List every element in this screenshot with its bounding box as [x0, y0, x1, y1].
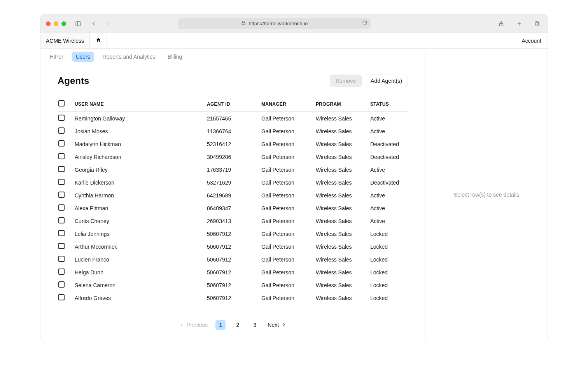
table-row[interactable]: Madalynn Hickman52316412Gail PetersonWir…: [58, 138, 408, 150]
row-checkbox[interactable]: [58, 115, 65, 121]
account-link[interactable]: Account: [515, 33, 548, 48]
sidebar-toggle-icon[interactable]: [73, 19, 83, 29]
table-row[interactable]: Selena Cameron50607912Gail PetersonWirel…: [58, 279, 408, 291]
row-checkbox-cell: [58, 202, 72, 215]
row-checkbox[interactable]: [58, 166, 65, 172]
row-checkbox[interactable]: [58, 269, 65, 275]
cell-program: Wireless Sales: [313, 176, 367, 189]
cell-agentid: 50607912: [204, 240, 258, 253]
cell-agentid: 53271629: [204, 176, 258, 189]
page-3[interactable]: 3: [250, 320, 260, 330]
cell-manager: Gail Peterson: [258, 150, 313, 163]
account-label: Account: [522, 38, 541, 44]
share-icon[interactable]: [496, 19, 506, 29]
cell-name: Ainsley Richardson: [72, 150, 204, 163]
cell-manager: Gail Peterson: [258, 202, 313, 215]
row-checkbox[interactable]: [58, 127, 65, 134]
table-row[interactable]: Arthur Mccormick50607912Gail PetersonWir…: [58, 240, 408, 253]
subnav-item-billing[interactable]: Billing: [164, 52, 186, 62]
remove-button[interactable]: Remove: [330, 75, 362, 87]
page-1[interactable]: 1: [215, 320, 226, 330]
cell-agentid: 17633719: [204, 163, 258, 176]
col-header-program[interactable]: PROGRAM: [313, 96, 367, 112]
table-row[interactable]: Cynthia Harmon64219689Gail PetersonWirel…: [58, 189, 408, 202]
row-checkbox[interactable]: [58, 256, 65, 262]
row-checkbox[interactable]: [58, 140, 65, 147]
cell-manager: Gail Peterson: [258, 125, 313, 138]
prev-button[interactable]: Previous: [179, 322, 208, 328]
cell-agentid: 86409347: [204, 202, 258, 215]
forward-icon[interactable]: [103, 19, 114, 29]
subnav-item-reports-and-analytics[interactable]: Reports and Analytics: [99, 52, 159, 62]
page-2[interactable]: 2: [233, 320, 243, 330]
row-checkbox[interactable]: [58, 179, 65, 185]
table-row[interactable]: Lucien Franco50607912Gail PetersonWirele…: [58, 253, 408, 266]
app-header: ACME Wireless Account: [40, 33, 548, 49]
cell-agentid: 50607912: [204, 227, 258, 240]
row-checkbox-cell: [58, 150, 72, 163]
row-checkbox[interactable]: [58, 192, 65, 198]
cell-manager: Gail Peterson: [258, 176, 313, 189]
table-row[interactable]: Alfredo Graves50607912Gail PetersonWirel…: [58, 291, 408, 304]
cell-manager: Gail Peterson: [258, 266, 313, 279]
cell-program: Wireless Sales: [313, 163, 367, 176]
row-checkbox[interactable]: [58, 217, 65, 223]
cell-agentid: 52316412: [204, 138, 258, 150]
table-row[interactable]: Georgia Riley17633719Gail PetersonWirele…: [58, 163, 408, 176]
subnav-item-hiper[interactable]: HiPer: [46, 52, 67, 62]
chevron-left-icon: [179, 322, 184, 328]
col-header-agentid[interactable]: AGENT ID: [204, 96, 258, 112]
table-row[interactable]: Karlie Dickerson53271629Gail PetersonWir…: [58, 176, 408, 189]
col-header-manager[interactable]: MANAGER: [258, 96, 313, 112]
table-row[interactable]: Curtis Chaney26903413Gail PetersonWirele…: [58, 215, 408, 227]
home-tab[interactable]: [90, 33, 107, 48]
back-icon[interactable]: [89, 19, 99, 29]
cell-program: Wireless Sales: [313, 240, 367, 253]
row-checkbox[interactable]: [58, 204, 65, 211]
cell-status: Active: [367, 202, 408, 215]
details-empty-text: Select row(s) to see details: [454, 192, 519, 198]
row-checkbox[interactable]: [58, 281, 65, 288]
cell-status: Deactivated: [367, 138, 408, 150]
row-checkbox[interactable]: [58, 243, 65, 249]
cell-status: Locked: [367, 279, 408, 291]
table-row[interactable]: Remington Galloway21657465Gail PetersonW…: [58, 112, 408, 125]
subnav-item-users[interactable]: Users: [72, 52, 94, 62]
table-row[interactable]: Alexa Pittman86409347Gail PetersonWirele…: [58, 202, 408, 215]
row-checkbox-cell: [58, 266, 72, 279]
url-bar[interactable]: https://home.workbench.io: [178, 18, 371, 29]
browser-nav: [89, 19, 114, 29]
company-tab[interactable]: ACME Wireless: [40, 33, 90, 48]
new-tab-icon[interactable]: [514, 19, 524, 29]
reload-icon[interactable]: [362, 20, 368, 27]
window-zoom-icon[interactable]: [61, 21, 66, 26]
row-checkbox-cell: [58, 291, 72, 304]
row-checkbox[interactable]: [58, 230, 65, 236]
table-row[interactable]: Josiah Moses11366764Gail PetersonWireles…: [58, 125, 408, 138]
col-header-status[interactable]: STATUS: [367, 96, 408, 112]
table-row[interactable]: Lelia Jennings50607912Gail PetersonWirel…: [58, 227, 408, 240]
row-checkbox[interactable]: [58, 153, 65, 159]
cell-name: Curtis Chaney: [72, 215, 204, 227]
table-header-row: USER NAME AGENT ID MANAGER PROGRAM STATU…: [58, 96, 408, 112]
table-row[interactable]: Ainsley Richardson30499206Gail PetersonW…: [58, 150, 408, 163]
select-all-checkbox[interactable]: [58, 100, 65, 106]
table-row[interactable]: Helga Dunn50607912Gail PetersonWireless …: [58, 266, 408, 279]
col-header-name[interactable]: USER NAME: [72, 96, 204, 112]
add-agent-button[interactable]: Add Agent(s): [365, 75, 408, 87]
window-minimize-icon[interactable]: [54, 21, 58, 26]
cell-manager: Gail Peterson: [258, 138, 313, 150]
row-checkbox[interactable]: [58, 294, 65, 300]
tabs-icon[interactable]: [532, 19, 542, 29]
browser-right-actions: [496, 19, 542, 29]
cell-agentid: 11366764: [204, 125, 258, 138]
next-button[interactable]: Next: [268, 322, 287, 328]
chevron-right-icon: [281, 322, 287, 328]
cell-status: Locked: [367, 291, 408, 304]
window-close-icon[interactable]: [46, 21, 51, 26]
prev-label: Previous: [187, 322, 208, 328]
cell-program: Wireless Sales: [313, 150, 367, 163]
cell-manager: Gail Peterson: [258, 189, 313, 202]
cell-name: Arthur Mccormick: [72, 240, 204, 253]
cell-name: Alfredo Graves: [72, 291, 204, 304]
